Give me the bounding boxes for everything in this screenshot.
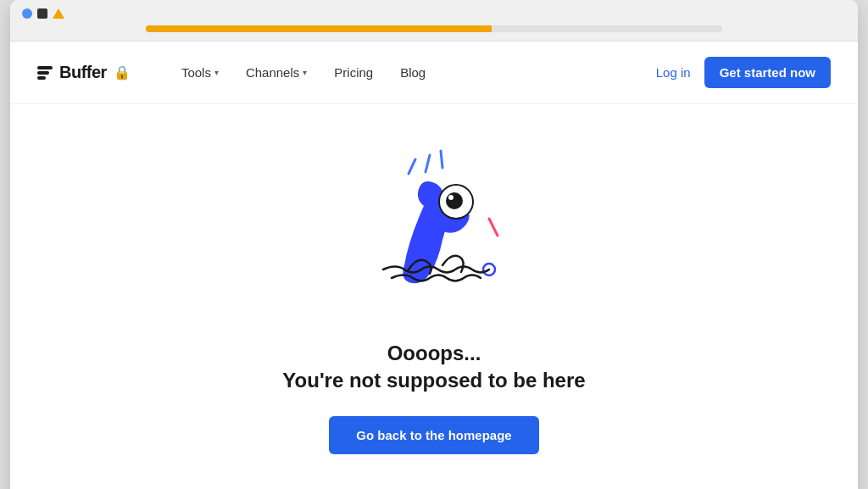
- nav-tools[interactable]: Tools ▾: [181, 65, 219, 80]
- get-started-button[interactable]: Get started now: [704, 57, 831, 88]
- dot-triangle: [53, 8, 64, 19]
- svg-line-6: [489, 219, 498, 236]
- logo-text: Buffer: [59, 63, 107, 82]
- svg-line-0: [426, 155, 430, 172]
- nav-channels[interactable]: Channels ▾: [246, 65, 307, 80]
- logo-emoji: 🔒: [114, 64, 131, 81]
- browser-chrome: [10, 0, 858, 42]
- error-text-block: Oooops... You're not supposed to be here: [282, 342, 585, 392]
- nav-blog[interactable]: Blog: [400, 65, 426, 80]
- login-link[interactable]: Log in: [656, 65, 691, 80]
- svg-line-2: [409, 159, 415, 174]
- channels-chevron-icon: ▾: [303, 68, 307, 77]
- svg-point-4: [446, 192, 463, 209]
- main-content: Oooops... You're not supposed to be here…: [10, 104, 858, 489]
- svg-point-5: [448, 195, 453, 200]
- logo-bar-3: [37, 76, 46, 80]
- buffer-logo-icon: [37, 66, 53, 80]
- logo-bar-2: [37, 71, 49, 75]
- nav-actions: Log in Get started now: [656, 57, 831, 88]
- nav-links: Tools ▾ Channels ▾ Pricing Blog: [181, 65, 656, 80]
- error-svg: [324, 138, 544, 325]
- error-illustration: [324, 138, 544, 325]
- svg-line-1: [441, 151, 442, 168]
- not-supposed-text: You're not supposed to be here: [282, 369, 585, 392]
- browser-window: Buffer 🔒 Tools ▾ Channels ▾ Pricing Blog…: [10, 0, 858, 489]
- dot-blue: [22, 8, 32, 19]
- dot-dark: [37, 8, 47, 19]
- logo-area: Buffer 🔒: [37, 63, 131, 82]
- oops-text: Oooops...: [282, 342, 585, 365]
- nav-pricing[interactable]: Pricing: [334, 65, 373, 80]
- browser-dots: [22, 8, 846, 19]
- tools-chevron-icon: ▾: [214, 68, 219, 77]
- logo-bar-1: [37, 66, 53, 69]
- address-bar: [146, 25, 722, 32]
- navbar: Buffer 🔒 Tools ▾ Channels ▾ Pricing Blog…: [10, 42, 858, 104]
- go-back-button[interactable]: Go back to the homepage: [329, 416, 538, 454]
